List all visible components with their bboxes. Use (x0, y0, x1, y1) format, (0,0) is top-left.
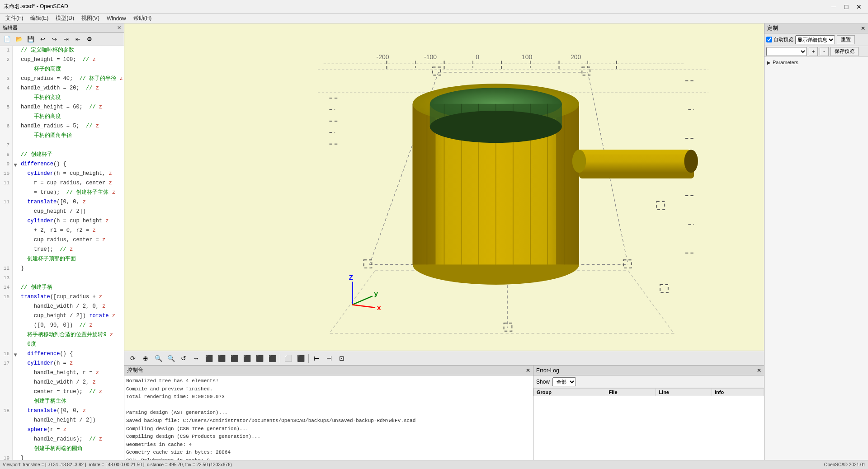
error-log-table: Group File Line Info (533, 388, 764, 460)
log-line: Geometry cache size in bytes: 28864 (126, 449, 531, 457)
code-line-34: 18 translate([0, 0, z (0, 407, 124, 416)
params-label: Parameters (773, 60, 798, 65)
indent-button[interactable]: ⇥ (61, 34, 71, 44)
code-line-16: + 2, r1 = 0, r2 = z (0, 226, 124, 236)
open-file-button[interactable]: 📂 (14, 34, 24, 44)
parameters-toggle[interactable]: ▶ Parameters (767, 60, 865, 65)
console-title: 控制台 (127, 366, 143, 374)
reset-button[interactable]: 重置 (837, 35, 855, 44)
col-group: Group (534, 389, 606, 396)
svg-text:y: y (374, 290, 378, 297)
log-line: Compile and preview finished. (126, 385, 531, 394)
log-line: Geometries in cache: 4 (126, 441, 531, 449)
code-line-30: handle_height, r = z (0, 369, 124, 378)
undo-button[interactable]: ↩ (37, 34, 48, 44)
code-line-35: handle_height / 2]) (0, 416, 124, 426)
preset-add-button[interactable]: + (809, 47, 818, 56)
zoom-in-button[interactable]: 🔍 (152, 353, 164, 364)
reset-view-button[interactable]: ↺ (178, 353, 189, 364)
code-line-23: handle_width / 2, 0, z (0, 302, 124, 312)
menu-item-f[interactable]: 文件(F) (2, 14, 27, 23)
preset-select[interactable] (766, 47, 807, 56)
back-view-button[interactable]: ⬛ (216, 353, 227, 364)
svg-text:200: 200 (571, 53, 581, 61)
error-log-filter-select[interactable]: 全部错误警告信息 (552, 377, 576, 386)
titlebar-controls: ─ □ ✕ (828, 2, 864, 11)
front-view-button[interactable]: ⬛ (203, 353, 215, 364)
code-line-19: 创建杯子顶部的平面 (0, 255, 124, 264)
viewport[interactable]: -200 -100 0 100 200 (124, 23, 764, 351)
code-line-6: 6 handle_radius = 5; // z (0, 122, 124, 131)
console-content[interactable]: Normalized tree has 4 elements!Compile a… (124, 375, 533, 460)
pan-button[interactable]: ↔ (190, 353, 202, 364)
right-panel-title: 定制 (767, 24, 778, 32)
error-log-header-row: Group File Line Info (534, 389, 764, 396)
auto-preview-checkbox[interactable]: 自动预览 (766, 36, 793, 43)
menu-item-h[interactable]: 帮助(H) (130, 14, 156, 23)
top-view-button[interactable]: ⬛ (254, 353, 265, 364)
code-line-5: 5 handle_height = 60; // z (0, 103, 124, 113)
preset-remove-button[interactable]: - (820, 47, 829, 56)
editor-close-button[interactable]: ✕ (117, 25, 121, 31)
zoom-out-button[interactable]: 🔍 (165, 353, 177, 364)
code-line-4: 4 handle_width = 20; // z (0, 84, 124, 94)
menu-item-e[interactable]: 编辑(E) (27, 14, 52, 23)
save-file-button[interactable]: 💾 (25, 34, 36, 44)
menu-item-window[interactable]: Window (103, 14, 130, 23)
error-log-filter: Show 全部错误警告信息 (533, 375, 764, 388)
new-file-button[interactable]: 📄 (2, 34, 13, 44)
code-line-32: center = true); // z (0, 388, 124, 397)
svg-text:-200: -200 (377, 53, 389, 61)
title-text: 未命名.scad* - OpenSCAD (4, 3, 68, 10)
code-line-24: cup_height / 2]) rotate z (0, 312, 124, 321)
toolbar-separator-2 (308, 354, 309, 363)
svg-text:x: x (377, 304, 381, 311)
save-preset-button[interactable]: 保存预览 (830, 47, 859, 56)
right-panel-toolbar: 自动预览 显示详细信息 重置 (764, 33, 868, 46)
log-line: CGAL Polyhedrons in cache: 0 (126, 457, 531, 460)
minimize-button[interactable]: ─ (828, 2, 839, 11)
error-log-header: Error-Log ✕ (533, 366, 764, 375)
console-close-button[interactable]: ✕ (526, 367, 530, 374)
svg-text:100: 100 (522, 53, 533, 61)
solid-button[interactable]: ⬛ (295, 353, 307, 364)
rotate-view-button[interactable]: ⟳ (127, 353, 139, 364)
svg-text:0: 0 (476, 53, 479, 61)
left-view-button[interactable]: ⬛ (228, 353, 240, 364)
right-panel: 定制 ✕ 自动预览 显示详细信息 重置 + - 保存预览 ▶ Parameter… (764, 23, 868, 460)
view-option-1[interactable]: ⊢ (311, 353, 322, 364)
svg-text:-100: -100 (424, 53, 437, 61)
log-line: Compiling design (CSG Tree generation)..… (126, 425, 531, 433)
view-option-3[interactable]: ⊡ (336, 353, 348, 364)
error-log-close-button[interactable]: ✕ (757, 367, 761, 374)
code-line-20: 12 } (0, 264, 124, 274)
3d-scene: -200 -100 0 100 200 (124, 23, 764, 351)
editor-content[interactable]: 1 // 定义咖啡杯的参数 2 cup_height = 100; // z 杯… (0, 46, 124, 460)
menu-item-d[interactable]: 模型(D) (52, 14, 78, 23)
titlebar: 未命名.scad* - OpenSCAD ─ □ ✕ (0, 0, 868, 14)
statusbar-info: Viewport: translate = [ -0.34 -13.82 -3.… (3, 462, 232, 467)
code-line-10: 10 cylinder(h = cup_height, z (0, 169, 124, 179)
zoom-fit-button[interactable]: ⊕ (140, 353, 151, 364)
svg-text:Z: Z (349, 273, 353, 281)
unindent-button[interactable]: ⇤ (72, 34, 83, 44)
viewport-toolbar: ⟳ ⊕ 🔍 🔍 ↺ ↔ ⬛ ⬛ ⬛ ⬛ ⬛ ⬛ ⬜ ⬛ ⊢ ⊣ ⊡ (124, 351, 764, 365)
details-select[interactable]: 显示详细信息 (795, 35, 835, 44)
editor-header: 编辑器 ✕ (0, 23, 124, 33)
code-line-6b: 手柄的圆角半径 (0, 131, 124, 141)
redo-button[interactable]: ↪ (49, 34, 60, 44)
menu-item-v[interactable]: 视图(V) (78, 14, 103, 23)
close-button[interactable]: ✕ (854, 2, 864, 11)
right-panel-close-button[interactable]: ✕ (861, 25, 865, 32)
editor-toolbar: 📄 📂 💾 ↩ ↪ ⇥ ⇤ ⚙ (0, 33, 124, 46)
maximize-button[interactable]: □ (841, 2, 852, 11)
right-view-button[interactable]: ⬛ (241, 353, 253, 364)
view-option-2[interactable]: ⊣ (323, 353, 335, 364)
bottom-view-button[interactable]: ⬛ (266, 353, 278, 364)
code-line-1: 1 // 定义咖啡杯的参数 (0, 46, 124, 56)
svg-point-70 (684, 150, 698, 173)
settings-button[interactable]: ⚙ (84, 34, 95, 44)
code-line-33: 创建手柄主体 (0, 397, 124, 407)
wireframe-button[interactable]: ⬜ (282, 353, 294, 364)
log-line: Normalized tree has 4 elements! (126, 377, 531, 385)
